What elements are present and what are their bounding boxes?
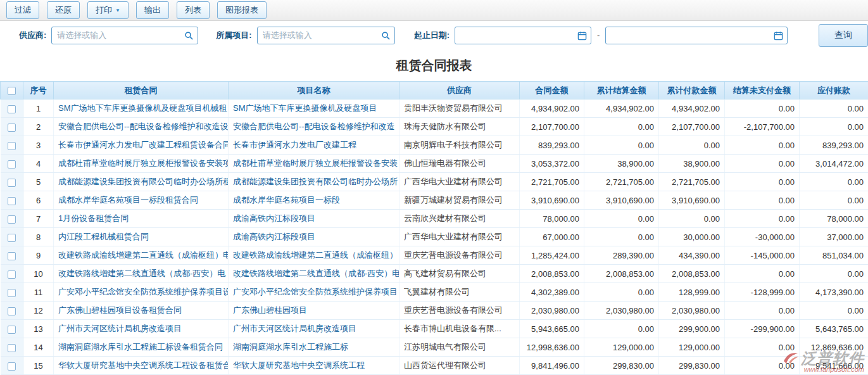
column-header-7[interactable]: 累计付款金额 xyxy=(659,82,725,99)
paid-amount-cell: 0.00 xyxy=(659,136,725,155)
column-header-3[interactable]: 项目名称 xyxy=(229,82,399,99)
contract-link[interactable]: 内江段工程机械租赁合同 xyxy=(54,228,229,246)
table-row: 13广州市天河区统计局机房改造项目广州市天河区统计局机房改造项目长春市博山机电设… xyxy=(1,320,868,338)
row-checkbox[interactable] xyxy=(8,326,16,334)
payable-amount-cell: 0.00 xyxy=(800,173,868,191)
project-link[interactable]: 湖南洞庭湖水库引水工程施工标 xyxy=(229,338,399,357)
column-header-8[interactable]: 结算未支付金额 xyxy=(725,82,800,99)
settled-amount-cell: 289,390.00 xyxy=(584,246,659,265)
row-checkbox[interactable] xyxy=(8,270,16,279)
contract-link[interactable]: 成都杜甫草堂临时展厅独立展柜报警设备安装项 xyxy=(54,155,229,173)
date-end-input[interactable] xyxy=(611,30,771,40)
table-row: 71月份设备租赁合同成渝高铁内江标段项目云南欣兴建材有限公司78,000.000… xyxy=(1,210,868,228)
row-checkbox[interactable] xyxy=(8,252,16,260)
column-header-6[interactable]: 累计结算金额 xyxy=(584,82,659,99)
seq-cell: 6 xyxy=(23,191,54,210)
select-all-header-cell xyxy=(1,82,23,99)
column-header-4[interactable]: 供应商 xyxy=(399,82,520,99)
payable-amount-cell: 0.00 xyxy=(800,191,868,210)
contract-link[interactable]: SM广场地下车库更换摄像机及硬盘项目机械租 xyxy=(54,99,229,118)
unpaid-amount-cell: 0.00 xyxy=(725,155,800,173)
row-checkbox[interactable] xyxy=(8,307,16,315)
project-input-wrap xyxy=(257,27,395,44)
date-start-input[interactable] xyxy=(460,30,574,40)
toolbar-button-5[interactable]: 列表 xyxy=(177,1,210,19)
project-link[interactable]: 改建铁路线增建第二线直通线（成都-西安）电 xyxy=(229,265,399,283)
dropdown-caret-icon: ▼ xyxy=(115,8,120,13)
toolbar-button-3[interactable]: 打印▼ xyxy=(87,1,129,19)
row-checkbox[interactable] xyxy=(8,289,16,297)
column-header-1[interactable]: 序号 xyxy=(23,82,54,99)
toolbar-button-label: 图形报表 xyxy=(225,4,258,16)
column-header-5[interactable]: 合同金额 xyxy=(520,82,584,99)
row-checkbox[interactable] xyxy=(8,344,16,352)
column-header-9[interactable]: 应付账款 xyxy=(800,82,868,99)
row-checkbox[interactable] xyxy=(8,215,16,224)
unpaid-amount-cell: 0.00 xyxy=(725,136,800,155)
unpaid-amount-cell: -299,900.00 xyxy=(725,320,800,338)
paid-amount-cell: 2,008,853.00 xyxy=(659,265,725,283)
project-link[interactable]: SM广场地下车库更换摄像机及硬盘项目 xyxy=(229,99,399,118)
row-checkbox[interactable] xyxy=(8,105,16,113)
contract-link[interactable]: 安徽合肥供电公司--配电设备检修维护和改造设 xyxy=(54,118,229,136)
project-link[interactable]: 成都杜甫草堂临时展厅独立展柜报警设备安装 xyxy=(229,155,399,173)
contract-link[interactable]: 长春市伊通河水力发电厂改建工程租赁设备合同 xyxy=(54,136,229,155)
checkbox-cell xyxy=(1,118,23,136)
contract-link[interactable]: 广安邓小平纪念馆安全防范系统维护保养项目设 xyxy=(54,283,229,302)
supplier-cell: 云南欣兴建材有限公司 xyxy=(399,210,520,228)
contract-link[interactable]: 改建铁路线增建第二线直通线（成都-西安）电 xyxy=(54,265,229,283)
toolbar-button-6[interactable]: 图形报表 xyxy=(217,1,267,19)
supplier-cell: 佛山恒瑞电器有限公司 xyxy=(399,155,520,173)
date-end-input-wrap xyxy=(605,27,788,44)
settled-amount-cell: 129,000.00 xyxy=(584,338,659,357)
row-checkbox[interactable] xyxy=(8,160,16,168)
contract-link[interactable]: 华软大厦研究基地中央空调系统工程设备租赁合 xyxy=(54,357,229,375)
project-input[interactable] xyxy=(263,30,378,40)
row-checkbox[interactable] xyxy=(8,142,16,150)
contract-link[interactable]: 成都水岸华庭名苑项目一标段租赁合同 xyxy=(54,191,229,210)
project-link[interactable]: 成都能源建设集团投资有限公司临时办公场所 xyxy=(229,173,399,191)
project-link[interactable]: 广安邓小平纪念馆安全防范系统维护保养项目 xyxy=(229,283,399,302)
project-link[interactable]: 安徽合肥供电公司--配电设备检修维护和改造 xyxy=(229,118,399,136)
project-link[interactable]: 成都水岸华庭名苑项目一标段 xyxy=(229,191,399,210)
toolbar-button-4[interactable]: 输出 xyxy=(136,1,169,19)
toolbar-button-1[interactable]: 过滤 xyxy=(6,1,39,19)
paid-amount-cell: 2,030,980.00 xyxy=(659,302,725,320)
project-link[interactable]: 华软大厦研究基地中央空调系统工程 xyxy=(229,357,399,375)
contract-link[interactable]: 改建铁路成渝线增建第二直通线（成渝枢纽）电 xyxy=(54,246,229,265)
paid-amount-cell: 299,830.00 xyxy=(659,357,725,375)
paid-amount-cell: 2,107,700.00 xyxy=(659,118,725,136)
project-link[interactable]: 成渝高铁内江标段项目 xyxy=(229,228,399,246)
query-button[interactable]: 查询 xyxy=(819,24,868,47)
seq-cell: 4 xyxy=(23,155,54,173)
row-checkbox[interactable] xyxy=(8,179,16,187)
select-all-checkbox[interactable] xyxy=(8,87,16,95)
table-row: 10改建铁路线增建第二线直通线（成都-西安）电改建铁路线增建第二线直通线（成都-… xyxy=(1,265,868,283)
search-icon[interactable] xyxy=(381,31,391,42)
project-link[interactable]: 广东佛山碧桂园项目 xyxy=(229,302,399,320)
seq-cell: 7 xyxy=(23,210,54,228)
project-link[interactable]: 改建铁路成渝线增建第二直通线（成渝枢纽） xyxy=(229,246,399,265)
project-link[interactable]: 长春市伊通河水力发电厂改建工程 xyxy=(229,136,399,155)
contract-link[interactable]: 湖南洞庭湖水库引水工程施工标设备租赁合同 xyxy=(54,338,229,357)
toolbar-button-2[interactable]: 还原 xyxy=(47,1,80,19)
supplier-input[interactable] xyxy=(57,30,181,40)
contract-link[interactable]: 成都能源建设集团投资有限公司临时办公场所租 xyxy=(54,173,229,191)
unpaid-amount-cell: 0.00 xyxy=(725,338,800,357)
project-link[interactable]: 广州市天河区统计局机房改造项目 xyxy=(229,320,399,338)
paid-amount-cell: 129,000.00 xyxy=(659,338,725,357)
project-link[interactable]: 成渝高铁内江标段项目 xyxy=(229,210,399,228)
column-header-2[interactable]: 租赁合同 xyxy=(54,82,229,99)
calendar-icon[interactable] xyxy=(774,31,783,42)
row-checkbox[interactable] xyxy=(8,234,16,242)
contract-link[interactable]: 1月份设备租赁合同 xyxy=(54,210,229,228)
row-checkbox[interactable] xyxy=(8,124,16,132)
contract-link[interactable]: 广东佛山碧桂园项目设备租赁合同 xyxy=(54,302,229,320)
seq-cell: 1 xyxy=(23,99,54,118)
row-checkbox[interactable] xyxy=(8,197,16,205)
row-checkbox[interactable] xyxy=(8,362,16,371)
contract-link[interactable]: 广州市天河区统计局机房改造项目 xyxy=(54,320,229,338)
calendar-icon[interactable] xyxy=(577,31,587,42)
table-header-row: 序号租赁合同项目名称供应商合同金额累计结算金额累计付款金额结算未支付金额应付账款 xyxy=(1,82,868,99)
search-icon[interactable] xyxy=(184,31,194,42)
